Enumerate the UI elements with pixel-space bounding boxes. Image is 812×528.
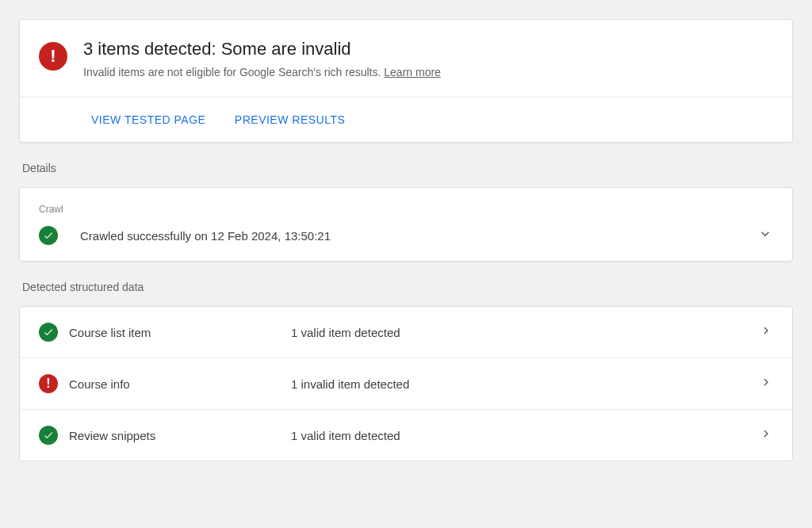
chevron-right-icon bbox=[759, 427, 773, 444]
row-name: Course info bbox=[69, 377, 291, 391]
summary-header: ! 3 items detected: Some are invalid Inv… bbox=[20, 20, 792, 98]
check-icon bbox=[39, 426, 58, 445]
chevron-down-icon bbox=[757, 226, 773, 245]
crawl-status-row[interactable]: Crawled successfully on 12 Feb 2024, 13:… bbox=[39, 226, 773, 245]
summary-card: ! 3 items detected: Some are invalid Inv… bbox=[19, 19, 793, 143]
structured-data-row[interactable]: Course list item 1 valid item detected bbox=[20, 307, 792, 358]
structured-data-list: Course list item 1 valid item detected !… bbox=[19, 306, 793, 461]
crawl-section-heading: Crawl bbox=[39, 204, 773, 215]
row-name: Review snippets bbox=[69, 429, 291, 442]
check-icon bbox=[39, 323, 58, 342]
learn-more-link[interactable]: Learn more bbox=[384, 66, 441, 78]
structured-data-section-label: Detected structured data bbox=[19, 281, 793, 293]
row-status: 1 valid item detected bbox=[291, 326, 759, 339]
details-section-label: Details bbox=[19, 162, 793, 174]
check-icon bbox=[39, 226, 58, 245]
view-tested-page-button[interactable]: VIEW TESTED PAGE bbox=[91, 107, 215, 132]
row-status: 1 valid item detected bbox=[291, 429, 759, 442]
row-name: Course list item bbox=[69, 326, 291, 339]
error-icon: ! bbox=[39, 42, 67, 71]
summary-description: Invalid items are not eligible for Googl… bbox=[83, 64, 773, 81]
summary-title: 3 items detected: Some are invalid bbox=[83, 39, 773, 59]
summary-text: 3 items detected: Some are invalid Inval… bbox=[83, 39, 773, 81]
chevron-right-icon bbox=[759, 323, 773, 341]
structured-data-row[interactable]: Review snippets 1 valid item detected bbox=[20, 410, 792, 461]
preview-results-button[interactable]: PREVIEW RESULTS bbox=[225, 107, 355, 132]
structured-data-row[interactable]: ! Course info 1 invalid item detected bbox=[20, 358, 792, 410]
error-icon: ! bbox=[39, 374, 58, 393]
row-status: 1 invalid item detected bbox=[291, 377, 759, 391]
crawl-status-text: Crawled successfully on 12 Feb 2024, 13:… bbox=[80, 229, 757, 243]
summary-actions: VIEW TESTED PAGE PREVIEW RESULTS bbox=[20, 98, 792, 142]
chevron-right-icon bbox=[759, 375, 773, 392]
crawl-card: Crawl Crawled successfully on 12 Feb 202… bbox=[19, 187, 793, 262]
